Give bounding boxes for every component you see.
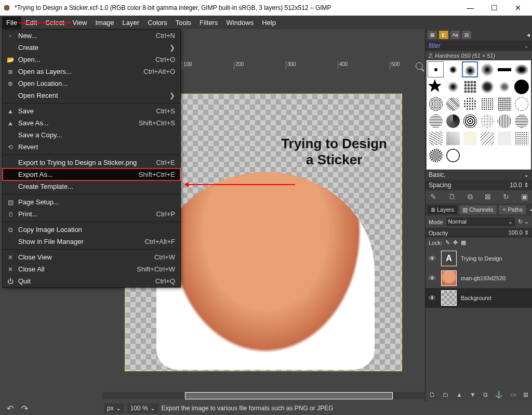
layer-name[interactable]: Trying to Design [461,255,530,262]
brush-item[interactable] [513,96,529,112]
brush-item[interactable] [479,130,495,146]
layer-name[interactable]: man-gb193d2520 [461,275,530,281]
layer-name[interactable]: Background [461,295,530,301]
zoom-selector[interactable]: 100 %⌄ [127,404,158,413]
dock-menu-icon[interactable]: ◂ [530,206,532,213]
new-layer-icon[interactable]: 🗋 [429,391,435,398]
delete-brush-icon[interactable]: ⊠ [485,192,491,201]
brush-item[interactable] [462,130,478,146]
menu-create-template[interactable]: Create Template... [3,180,180,192]
menu-close-view[interactable]: ✕Close ViewCtrl+W [3,251,180,263]
menu-close-all[interactable]: ✕Close AllShift+Ctrl+W [3,263,180,275]
brush-item[interactable] [462,113,478,129]
brush-item[interactable] [428,147,444,163]
dock-tab-fonts[interactable]: Aa [450,31,460,39]
brush-item[interactable] [445,96,461,112]
navigate-zoom-icon[interactable] [416,62,423,70]
delete-layer-icon[interactable]: ⊠ [523,391,528,398]
layer-opacity-slider[interactable]: Opacity100.0 ⇕ [425,228,532,238]
raise-layer-icon[interactable]: ▲ [456,391,462,398]
menu-export-as[interactable]: Export As...Shift+Ctrl+E [3,168,180,180]
menu-show-in-file-manager[interactable]: Show in File ManagerCtrl+Alt+F [3,236,180,248]
brush-item[interactable] [479,96,495,112]
minimize-button[interactable]: — [458,0,482,16]
layer-item-selected[interactable]: 👁 Background [425,288,532,308]
menu-open-as-layers[interactable]: ≣Open as Layers...Ctrl+Alt+O [3,66,180,77]
lock-alpha-icon[interactable]: ▦ [461,239,466,246]
menu-save[interactable]: ▲SaveCtrl+S [3,105,180,117]
maximize-button[interactable]: ☐ [482,0,506,16]
menu-create[interactable]: Create❯ [3,42,180,54]
new-brush-icon[interactable]: 🗋 [448,192,456,201]
merge-down-icon[interactable]: ⚓ [495,391,503,398]
new-group-icon[interactable]: 🗀 [443,391,449,398]
lock-pixels-icon[interactable]: ✎ [445,239,450,246]
menu-filters[interactable]: Filters [195,17,222,29]
brush-item[interactable] [445,113,461,129]
brush-item[interactable] [496,96,512,112]
dock-tab-history[interactable]: ▤ [462,31,471,39]
menu-help[interactable]: Help [258,17,280,29]
menu-quit[interactable]: ⏻QuitCtrl+Q [3,275,180,287]
menu-copy-image-location[interactable]: ⧉Copy Image Location [3,224,180,236]
menu-open[interactable]: 📂Open...Ctrl+O [3,54,180,66]
refresh-brush-icon[interactable]: ↻ [503,192,509,201]
brush-filter-input[interactable]: filter⌄ [425,41,532,51]
menu-new[interactable]: ▫New...Ctrl+N [3,30,180,42]
brush-item[interactable] [428,113,444,129]
brush-preset-selector[interactable]: Basic,⌄ [425,170,532,180]
menu-image[interactable]: Image [91,17,118,29]
brush-item[interactable] [513,79,529,95]
visibility-toggle-icon[interactable]: 👁 [428,274,437,282]
dock-menu-icon[interactable]: ◂ [527,31,530,38]
brush-item[interactable] [513,130,529,146]
brush-grid[interactable] [427,60,531,170]
menu-save-copy[interactable]: Save a Copy... [3,129,180,141]
brush-item[interactable] [445,130,461,146]
mode-switch-icon[interactable]: ↻ ⌄ [518,218,529,225]
layer-mode-selector[interactable]: Normal⌄ [446,217,515,226]
scrollbar-thumb[interactable] [185,392,393,399]
brush-item[interactable] [445,79,461,95]
mask-layer-icon[interactable]: ▭ [510,391,516,398]
edit-brush-icon[interactable]: ✎ [430,192,436,201]
menu-save-as[interactable]: ▲Save As...Shift+Ctrl+S [3,117,180,129]
visibility-toggle-icon[interactable]: 👁 [428,294,437,302]
duplicate-layer-icon[interactable]: ⧉ [483,391,488,398]
brush-item[interactable] [479,113,495,129]
brush-item[interactable] [496,61,512,77]
lock-position-icon[interactable]: ✥ [453,239,458,246]
brush-item[interactable] [428,96,444,112]
lower-layer-icon[interactable]: ▼ [470,391,476,398]
redo-button[interactable]: ↷ [19,403,30,413]
brush-item[interactable] [496,130,512,146]
unit-selector[interactable]: px⌄ [104,404,124,413]
dock-tab-patterns[interactable]: ▦ [428,31,437,39]
brush-item-selected[interactable] [462,61,478,77]
menu-export-to[interactable]: Export to Trying to Design a Sticker.png… [3,157,180,168]
undo-history-button[interactable]: ↶ [4,403,16,413]
tab-paths[interactable]: ✧ Paths [499,205,526,214]
menu-page-setup[interactable]: ▤Page Setup... [3,196,180,208]
visibility-toggle-icon[interactable]: 👁 [428,254,437,263]
layer-item[interactable]: 👁 A Trying to Design [425,249,532,268]
menu-windows[interactable]: Windows [222,17,258,29]
menu-revert[interactable]: ⟲Revert [3,141,180,153]
menu-colors[interactable]: Colors [143,17,171,29]
brush-item[interactable] [479,61,495,77]
menu-tools[interactable]: Tools [171,17,195,29]
dock-tab-brushes[interactable]: ◧ [439,31,448,39]
brush-item[interactable] [496,79,512,95]
brush-item[interactable] [462,96,478,112]
menu-print[interactable]: ⎙Print...Ctrl+P [3,208,180,220]
brush-item[interactable] [428,61,444,77]
menu-view[interactable]: View [69,17,91,29]
close-button[interactable]: ✕ [506,0,530,16]
tab-layers[interactable]: ≣ Layers [428,205,457,214]
duplicate-brush-icon[interactable]: ⧉ [468,192,473,201]
layer-item[interactable]: 👁 man-gb193d2520 [425,268,532,288]
brush-item[interactable] [479,79,495,95]
tab-channels[interactable]: ▥ Channels [459,205,496,214]
brush-spacing-slider[interactable]: Spacing10.0 ⇕ [425,180,532,190]
brush-item[interactable] [513,113,529,129]
